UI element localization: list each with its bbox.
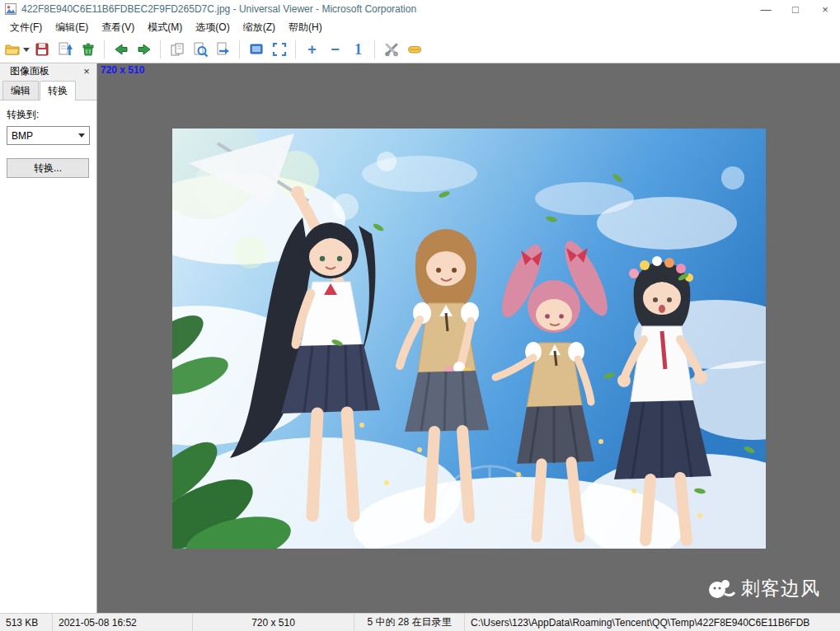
menu-bar: 文件(F) 编辑(E) 查看(V) 模式(M) 选项(O) 缩放(Z) 帮助(H… (0, 18, 840, 36)
zoom-in-button[interactable]: + (301, 39, 323, 60)
fullscreen-icon (271, 41, 288, 58)
save-icon (34, 41, 50, 58)
window-title: 422F8E940C6E11B6FDBEC2F9FD265D7C.jpg - U… (21, 3, 751, 15)
save-as-button[interactable] (54, 39, 76, 60)
copy-button[interactable] (166, 39, 188, 60)
title-bar: 422F8E940C6E11B6FDBEC2F9FD265D7C.jpg - U… (0, 0, 840, 18)
save-button[interactable] (31, 39, 53, 60)
maximize-button[interactable]: □ (781, 0, 810, 18)
viewer-canvas: 720 x 510 (97, 63, 840, 613)
format-select[interactable]: BMP (7, 126, 90, 145)
options-button[interactable] (403, 39, 425, 60)
trash-icon (80, 41, 96, 58)
menu-edit[interactable]: 编辑(E) (49, 19, 95, 36)
arrow-left-icon (113, 41, 129, 58)
watermark: 刺客边风 (706, 576, 820, 601)
go-to-icon (215, 41, 232, 58)
watermark-logo-icon (706, 577, 735, 601)
zoom-out-button[interactable]: − (324, 39, 346, 60)
menu-options[interactable]: 选项(O) (189, 19, 236, 36)
tab-convert[interactable]: 转换 (40, 81, 76, 100)
save-as-icon (57, 41, 73, 58)
options-icon (406, 41, 423, 58)
menu-mode[interactable]: 模式(M) (141, 19, 189, 36)
actual-size-icon: 1 (354, 42, 362, 57)
open-button[interactable] (4, 39, 30, 60)
panel-close-icon[interactable]: × (81, 65, 92, 77)
menu-file[interactable]: 文件(F) (3, 19, 49, 36)
convert-to-label: 转换到: (7, 108, 90, 122)
image-dimensions-label: 720 x 510 (101, 64, 144, 76)
zoom-out-icon: − (331, 42, 340, 57)
toolbar-separator (295, 40, 296, 58)
tools-icon (383, 41, 400, 58)
toolbar-separator (104, 40, 105, 58)
toolbar-separator (160, 40, 161, 58)
menu-view[interactable]: 查看(V) (95, 19, 141, 36)
status-file-size: 513 KB (0, 614, 53, 631)
menu-help[interactable]: 帮助(H) (282, 19, 329, 36)
status-bar: 513 KB 2021-05-08 16:52 720 x 510 5 中的 2… (0, 613, 840, 631)
content-area: 图像面板 × 编辑 转换 转换到: BMP 转换... 720 x 510 (0, 63, 840, 613)
tools-button[interactable] (380, 39, 402, 60)
status-position-in-directory: 5 中的 28 在目录里 (354, 614, 465, 631)
preview-button[interactable] (189, 39, 211, 60)
toolbar-separator (374, 40, 375, 58)
folder-open-icon (4, 41, 21, 58)
copy-icon (169, 41, 185, 58)
format-select-value: BMP (12, 130, 33, 142)
image-panel-header: 图像面板 × (0, 63, 96, 79)
chevron-down-icon (23, 48, 30, 52)
status-file-path: C:\Users\123\AppData\Roaming\Tencent\QQ\… (465, 614, 840, 631)
goto-button[interactable] (212, 39, 234, 60)
image-panel-sidebar: 图像面板 × 编辑 转换 转换到: BMP 转换... (0, 63, 97, 613)
panel-tabs: 编辑 转换 (0, 79, 96, 100)
app-window: 422F8E940C6E11B6FDBEC2F9FD265D7C.jpg - U… (0, 0, 840, 631)
watermark-text: 刺客边风 (741, 576, 820, 601)
status-modified-date: 2021-05-08 16:52 (53, 614, 193, 631)
zoom-in-icon: + (307, 42, 317, 57)
fullscreen-button[interactable] (268, 39, 290, 60)
close-button[interactable]: × (810, 0, 840, 18)
minimize-button[interactable]: — (751, 0, 781, 18)
menu-zoom[interactable]: 缩放(Z) (237, 19, 282, 36)
image-content (172, 129, 766, 549)
toolbar-separator (239, 40, 240, 58)
delete-button[interactable] (77, 39, 99, 60)
toolbar: + − 1 (0, 36, 840, 63)
fit-window-button[interactable] (245, 39, 267, 60)
chevron-down-icon (78, 133, 85, 138)
prev-button[interactable] (110, 39, 132, 60)
status-dimensions: 720 x 510 (193, 614, 354, 631)
image-panel-title: 图像面板 (10, 64, 49, 78)
convert-button[interactable]: 转换... (7, 158, 89, 178)
tab-edit[interactable]: 编辑 (2, 81, 39, 100)
convert-panel: 转换到: BMP 转换... (0, 100, 96, 613)
next-button[interactable] (133, 39, 155, 60)
actual-size-button[interactable]: 1 (347, 39, 369, 60)
magnifier-icon (192, 41, 209, 58)
app-icon (5, 3, 16, 15)
fit-window-icon (248, 41, 265, 58)
arrow-right-icon (136, 41, 153, 58)
